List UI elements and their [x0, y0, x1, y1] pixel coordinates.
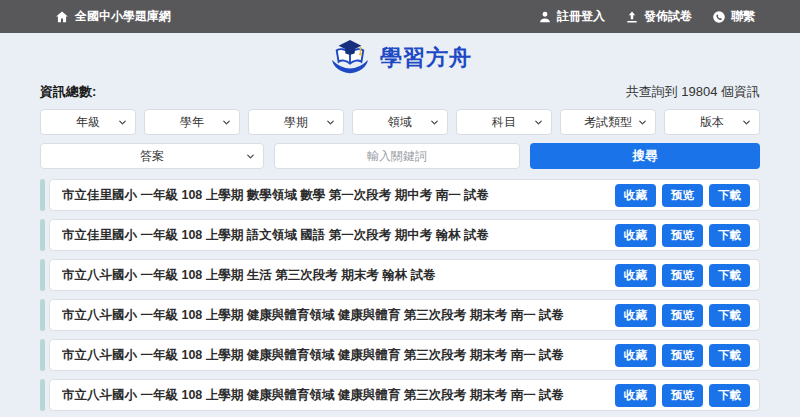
- result-row: 市立八斗國小 一年級 108 上學期 健康與體育領域 健康與體育 第三次段考 期…: [40, 379, 760, 411]
- result-title: 市立佳里國小 一年級 108 上學期 數學領域 數學 第一次段考 期中考 南一 …: [62, 187, 615, 204]
- select-label: 年級: [76, 114, 100, 131]
- result-title: 市立八斗國小 一年級 108 上學期 生活 第三次段考 期末考 翰林 試卷: [62, 267, 615, 284]
- preview-button[interactable]: 预览: [662, 184, 703, 207]
- site-title: 學習方舟: [380, 43, 472, 73]
- filter-select-domain[interactable]: 領域: [352, 109, 448, 135]
- preview-button[interactable]: 预览: [662, 224, 703, 247]
- nav-link-label: 聯繫: [731, 8, 755, 25]
- favorite-button[interactable]: 收藏: [615, 304, 656, 327]
- result-actions: 收藏 预览 下載: [615, 384, 750, 407]
- upload-icon: [625, 10, 639, 24]
- row-accent-bar: [40, 179, 45, 211]
- preview-button[interactable]: 预览: [662, 384, 703, 407]
- chevron-down-icon: [741, 117, 752, 128]
- row-accent-bar: [40, 339, 45, 371]
- select-label: 版本: [700, 114, 724, 131]
- result-card: 市立八斗國小 一年級 108 上學期 健康與體育領域 健康與體育 第三次段考 期…: [49, 379, 760, 411]
- main-content: 資訊總數: 共查詢到 19804 個資訊 年級 學年 學期 領域 科目 考試類型: [40, 83, 760, 417]
- chevron-down-icon: [429, 117, 440, 128]
- result-list: 市立佳里國小 一年級 108 上學期 數學領域 數學 第一次段考 期中考 南一 …: [40, 179, 760, 417]
- filter-select-semester[interactable]: 學期: [248, 109, 344, 135]
- download-button[interactable]: 下載: [709, 344, 750, 367]
- result-card: 市立八斗國小 一年級 108 上學期 生活 第三次段考 期末考 翰林 試卷 收藏…: [49, 259, 760, 291]
- result-card: 市立八斗國小 一年級 108 上學期 健康與體育領域 健康與體育 第三次段考 期…: [49, 299, 760, 331]
- download-button[interactable]: 下載: [709, 304, 750, 327]
- top-navbar: 全國中小學題庫網 註冊登入 發佈試卷 聯繫: [0, 0, 800, 33]
- result-row: 市立八斗國小 一年級 108 上學期 健康與體育領域 健康與體育 第三次段考 期…: [40, 299, 760, 331]
- favorite-button[interactable]: 收藏: [615, 344, 656, 367]
- select-label: 學期: [284, 114, 308, 131]
- download-button[interactable]: 下載: [709, 184, 750, 207]
- preview-button[interactable]: 预览: [662, 304, 703, 327]
- select-label: 答案: [140, 148, 164, 165]
- row-accent-bar: [40, 219, 45, 251]
- preview-button[interactable]: 预览: [662, 264, 703, 287]
- favorite-button[interactable]: 收藏: [615, 224, 656, 247]
- row-accent-bar: [40, 259, 45, 291]
- user-icon: [538, 10, 552, 24]
- search-button[interactable]: 搜尋: [530, 143, 760, 169]
- filter-row-1: 年級 學年 學期 領域 科目 考試類型 版本: [40, 109, 760, 135]
- download-button[interactable]: 下載: [709, 264, 750, 287]
- result-title: 市立佳里國小 一年級 108 上學期 語文領域 國語 第一次段考 期中考 翰林 …: [62, 227, 615, 244]
- nav-link-label: 發佈試卷: [644, 8, 692, 25]
- result-card: 市立八斗國小 一年級 108 上學期 健康與體育領域 健康與體育 第三次段考 期…: [49, 339, 760, 371]
- navbar-brand-link[interactable]: 全國中小學題庫網: [55, 8, 171, 25]
- chevron-down-icon: [533, 117, 544, 128]
- result-row: 市立佳里國小 一年級 108 上學期 語文領域 國語 第一次段考 期中考 翰林 …: [40, 219, 760, 251]
- result-actions: 收藏 预览 下載: [615, 304, 750, 327]
- navbar-links: 註冊登入 發佈試卷 聯繫: [538, 8, 755, 25]
- row-accent-bar: [40, 379, 45, 411]
- select-label: 領域: [388, 114, 412, 131]
- result-title: 市立八斗國小 一年級 108 上學期 健康與體育領域 健康與體育 第三次段考 期…: [62, 347, 615, 364]
- select-label: 考試類型: [584, 114, 632, 131]
- result-actions: 收藏 预览 下載: [615, 184, 750, 207]
- keyword-search-input[interactable]: [274, 143, 520, 169]
- result-count: 共查詢到 19804 個資訊: [626, 83, 760, 101]
- favorite-button[interactable]: 收藏: [615, 264, 656, 287]
- nav-link-publish-exam[interactable]: 發佈試卷: [625, 8, 692, 25]
- result-actions: 收藏 预览 下載: [615, 224, 750, 247]
- select-label: 科目: [492, 114, 516, 131]
- row-accent-bar: [40, 299, 45, 331]
- site-logo[interactable]: 學習方舟: [0, 33, 800, 81]
- total-info-label: 資訊總數:: [40, 83, 96, 101]
- summary-row: 資訊總數: 共查詢到 19804 個資訊: [40, 83, 760, 101]
- chevron-down-icon: [245, 151, 256, 162]
- result-row: 市立佳里國小 一年級 108 上學期 數學領域 數學 第一次段考 期中考 南一 …: [40, 179, 760, 211]
- result-title: 市立八斗國小 一年級 108 上學期 健康與體育領域 健康與體育 第三次段考 期…: [62, 307, 615, 324]
- filter-select-answer[interactable]: 答案: [40, 143, 264, 169]
- favorite-button[interactable]: 收藏: [615, 384, 656, 407]
- filter-select-exam-type[interactable]: 考試類型: [560, 109, 656, 135]
- navbar-brand-label: 全國中小學題庫網: [75, 8, 171, 25]
- chevron-down-icon: [325, 117, 336, 128]
- filter-select-subject[interactable]: 科目: [456, 109, 552, 135]
- result-row: 市立八斗國小 一年級 108 上學期 健康與體育領域 健康與體育 第三次段考 期…: [40, 339, 760, 371]
- result-row: 市立八斗國小 一年級 108 上學期 生活 第三次段考 期末考 翰林 試卷 收藏…: [40, 259, 760, 291]
- filter-select-school-year[interactable]: 學年: [144, 109, 240, 135]
- filter-row-2: 答案 搜尋: [40, 143, 760, 169]
- result-actions: 收藏 预览 下載: [615, 344, 750, 367]
- nav-link-contact[interactable]: 聯繫: [712, 8, 755, 25]
- preview-button[interactable]: 预览: [662, 344, 703, 367]
- chevron-down-icon: [117, 117, 128, 128]
- chevron-down-icon: [637, 117, 648, 128]
- home-icon: [55, 10, 69, 24]
- result-title: 市立八斗國小 一年級 108 上學期 健康與體育領域 健康與體育 第三次段考 期…: [62, 387, 615, 404]
- select-label: 學年: [180, 114, 204, 131]
- result-card: 市立佳里國小 一年級 108 上學期 數學領域 數學 第一次段考 期中考 南一 …: [49, 179, 760, 211]
- result-actions: 收藏 预览 下載: [615, 264, 750, 287]
- result-card: 市立佳里國小 一年級 108 上學期 語文領域 國語 第一次段考 期中考 翰林 …: [49, 219, 760, 251]
- download-button[interactable]: 下載: [709, 224, 750, 247]
- nav-link-register-login[interactable]: 註冊登入: [538, 8, 605, 25]
- chevron-down-icon: [221, 117, 232, 128]
- nav-link-label: 註冊登入: [557, 8, 605, 25]
- phone-icon: [712, 10, 726, 24]
- favorite-button[interactable]: 收藏: [615, 184, 656, 207]
- filter-select-grade[interactable]: 年級: [40, 109, 136, 135]
- boat-logo-icon: [328, 39, 372, 77]
- download-button[interactable]: 下載: [709, 384, 750, 407]
- filter-select-version[interactable]: 版本: [664, 109, 760, 135]
